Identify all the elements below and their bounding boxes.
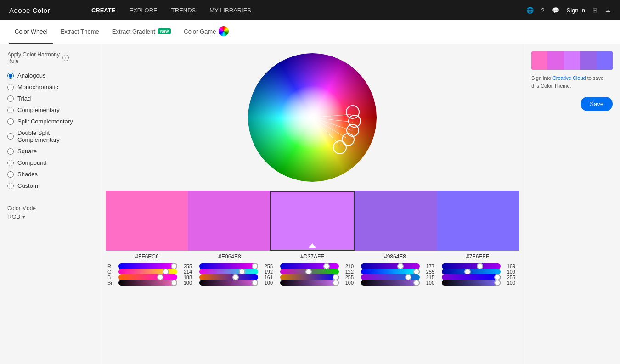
br-slider-2-cell: 100 [196, 280, 276, 286]
hex-row: #FF6EC6 #E064E8 #D37AFF #9864E8 #7F6EFF [106, 253, 519, 260]
rule-split-complementary[interactable]: Split Complementary [7, 116, 93, 127]
rule-double-split-label: Double Split Complementary [17, 129, 93, 143]
nav-create[interactable]: CREATE [91, 7, 115, 14]
info-icon[interactable]: i [62, 55, 69, 61]
svg-line-0 [312, 118, 340, 145]
grid-icon[interactable]: ⊞ [592, 7, 597, 14]
selected-indicator [309, 243, 316, 248]
br-label: Br [106, 280, 115, 286]
br-slider-1[interactable] [118, 280, 177, 286]
hex-1[interactable]: #FF6EC6 [106, 253, 188, 260]
rule-custom-radio[interactable] [7, 183, 14, 189]
br-slider-5[interactable] [442, 280, 501, 286]
b-value-3: 255 [341, 274, 354, 280]
tab-color-wheel-label: Color Wheel [15, 28, 48, 35]
swatch-1[interactable] [106, 191, 188, 251]
main-layout: Apply Color Harmony Rule i Analogous Mon… [0, 44, 620, 364]
chevron-down-icon: ▾ [22, 213, 25, 220]
preview-swatch [531, 51, 613, 70]
rule-square-radio[interactable] [7, 148, 14, 155]
sidebar: Apply Color Harmony Rule i Analogous Mon… [0, 44, 101, 364]
r-value-1: 255 [179, 263, 192, 269]
rule-analogous-radio[interactable] [7, 73, 14, 79]
hex-3[interactable]: #D37AFF [271, 253, 354, 260]
rule-monochromatic[interactable]: Monochromatic [7, 81, 93, 93]
rule-double-split[interactable]: Double Split Complementary [7, 127, 93, 146]
creative-cloud-link[interactable]: Creative Cloud [552, 75, 586, 81]
br-slider-1-cell: 100 [115, 280, 196, 286]
b-label: B [106, 274, 115, 280]
globe-icon[interactable]: 🌐 [526, 7, 534, 14]
rule-complementary-label: Complementary [17, 106, 60, 113]
wheel-handles-svg [248, 53, 377, 182]
help-icon[interactable]: ? [541, 7, 544, 14]
br-slider-row: Br 100 100 100 [106, 280, 519, 286]
sign-in-link[interactable]: Sign In [567, 7, 585, 14]
rule-square-label: Square [17, 148, 37, 155]
g-value-1: 214 [179, 269, 192, 274]
br-track-2 [199, 280, 258, 286]
rule-square[interactable]: Square [7, 146, 93, 157]
nav-right: 🌐 ? 💬 Sign In ⊞ ☁ [526, 7, 611, 14]
top-navigation: Adobe Color CREATE EXPLORE TRENDS MY LIB… [0, 0, 620, 20]
chat-icon[interactable]: 💬 [552, 7, 559, 14]
rule-compound[interactable]: Compound [7, 157, 93, 168]
rule-shades[interactable]: Shades [7, 168, 93, 180]
svg-point-6 [342, 134, 354, 146]
br-slider-4[interactable] [361, 280, 420, 286]
tab-extract-theme[interactable]: Extract Theme [55, 20, 105, 44]
rule-custom-label: Custom [17, 182, 38, 189]
br-track-5 [442, 280, 501, 286]
br-value-2: 100 [260, 280, 273, 286]
g-value-2: 192 [260, 269, 273, 274]
save-info: Sign into Creative Cloud to save this Co… [531, 74, 613, 90]
rule-analogous[interactable]: Analogous [7, 70, 93, 81]
rule-double-split-radio[interactable] [7, 133, 14, 140]
swatch-3[interactable] [270, 191, 354, 251]
br-slider-4-cell: 100 [357, 280, 438, 286]
hex-5[interactable]: #7F6EFF [436, 253, 519, 260]
rule-shades-radio[interactable] [7, 171, 14, 178]
rule-custom[interactable]: Custom [7, 180, 93, 191]
r-value-4: 177 [422, 263, 434, 269]
nav-explore[interactable]: EXPLORE [129, 7, 157, 14]
br-value-4: 100 [422, 280, 434, 286]
tab-color-game[interactable]: Color Game [178, 20, 234, 44]
swatch-2[interactable] [188, 191, 270, 251]
swatches-row [106, 191, 519, 251]
nav-trends[interactable]: TRENDS [171, 7, 196, 14]
rule-complementary-radio[interactable] [7, 107, 14, 113]
r-value-2: 255 [260, 263, 273, 269]
nav-libraries[interactable]: MY LIBRARIES [209, 7, 251, 14]
rule-complementary[interactable]: Complementary [7, 104, 93, 116]
swatch-4[interactable] [355, 191, 437, 251]
rule-triad-radio[interactable] [7, 95, 14, 102]
color-mode-value: RGB [7, 213, 20, 220]
rule-triad[interactable]: Triad [7, 93, 93, 104]
profile-icon[interactable]: ☁ [605, 7, 611, 14]
preview-color-4 [580, 51, 596, 70]
hex-2[interactable]: #E064E8 [188, 253, 271, 260]
rule-shades-label: Shades [17, 171, 38, 178]
br-slider-3[interactable] [280, 280, 339, 286]
rule-monochromatic-radio[interactable] [7, 84, 14, 90]
rule-split-radio[interactable] [7, 118, 14, 125]
color-wheel[interactable] [248, 53, 377, 182]
tab-extract-gradient[interactable]: Extract Gradient New [107, 20, 176, 44]
svg-line-4 [312, 114, 351, 118]
svg-point-8 [349, 115, 361, 127]
color-mode-select[interactable]: RGB ▾ [7, 213, 93, 220]
br-track-4 [361, 280, 420, 286]
tab-extract-gradient-label: Extract Gradient [112, 28, 155, 35]
r-label: R [106, 263, 115, 269]
hex-4[interactable]: #9864E8 [354, 253, 436, 260]
br-value-5: 100 [502, 280, 515, 286]
swatch-5[interactable] [437, 191, 519, 251]
rule-compound-radio[interactable] [7, 160, 14, 166]
br-slider-2[interactable] [199, 280, 258, 286]
harmony-title: Apply Color Harmony [7, 51, 60, 58]
br-value-1: 100 [179, 280, 192, 286]
save-button[interactable]: Save [581, 97, 613, 111]
tab-color-wheel[interactable]: Color Wheel [9, 20, 53, 44]
preview-color-5 [597, 51, 613, 70]
